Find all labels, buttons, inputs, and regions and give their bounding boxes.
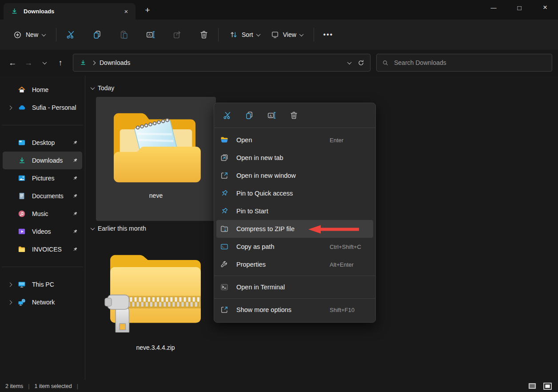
history-dropdown-button[interactable] <box>36 55 52 71</box>
pin-icon <box>72 246 79 252</box>
sidebar-item-downloads[interactable]: Downloads <box>3 152 82 169</box>
chevron-right-icon <box>8 105 12 110</box>
sort-button[interactable]: Sort <box>224 27 265 43</box>
open-new-tab-icon <box>219 153 229 162</box>
rename-button[interactable]: A <box>142 26 159 44</box>
new-tab-button[interactable]: + <box>140 3 155 18</box>
search-input[interactable] <box>394 59 536 66</box>
desktop-icon <box>17 138 27 148</box>
status-divider: | <box>77 383 78 389</box>
sidebar-item-network[interactable]: Network <box>3 293 82 311</box>
file-name: neve.3.4.4.zip <box>136 344 175 351</box>
close-button[interactable]: × <box>532 0 558 15</box>
group-header-earlier-this-month[interactable]: Earlier this month <box>91 225 146 232</box>
file-explorer-window: Downloads × + — □ × New <box>0 0 558 392</box>
menu-item-pin-to-start[interactable]: Pin to Start <box>214 202 375 220</box>
selection-count: 1 item selected <box>35 383 72 389</box>
search-box[interactable] <box>376 54 552 72</box>
title-bar: Downloads × + — □ × <box>0 0 558 20</box>
pin-icon <box>219 189 229 198</box>
zip-folder-icon <box>219 224 229 233</box>
sidebar-separator <box>2 267 83 267</box>
breadcrumb[interactable]: Downloads <box>100 59 130 66</box>
svg-text:\..: \.. <box>222 245 225 248</box>
large-icons-view-button[interactable] <box>542 382 553 391</box>
shortcut: Ctrl+Shift+C <box>330 244 361 250</box>
rename-button[interactable]: A <box>263 108 279 124</box>
share-button[interactable] <box>168 26 186 44</box>
tab-close-icon[interactable]: × <box>120 6 132 17</box>
tab-downloads[interactable]: Downloads × <box>4 3 136 20</box>
menu-item-open-in-new-tab[interactable]: Open in new tab <box>214 149 375 167</box>
pin-icon <box>219 207 229 216</box>
folder-with-notepad-icon <box>106 107 206 189</box>
copy-icon <box>245 111 254 120</box>
download-icon <box>11 8 18 15</box>
status-divider: | <box>28 383 29 389</box>
folder-icon <box>17 244 27 254</box>
view-button[interactable]: View <box>265 27 308 43</box>
download-icon <box>17 156 27 165</box>
menu-item-pin-to-quick-access[interactable]: Pin to Quick access <box>214 184 375 202</box>
sidebar-item-this-pc[interactable]: This PC <box>3 276 82 293</box>
file-tile-neve-zip[interactable]: neve.3.4.4.zip <box>102 241 209 364</box>
sidebar-item-pictures[interactable]: Pictures <box>3 169 82 187</box>
delete-button[interactable] <box>195 26 213 44</box>
view-icon <box>271 30 279 39</box>
file-tile-neve[interactable]: neve <box>96 97 216 221</box>
status-bar: 2 items | 1 item selected | <box>0 380 558 392</box>
plus-circle-icon <box>13 31 22 39</box>
menu-item-show-more-options[interactable]: Show more options Shift+F10 <box>214 301 375 319</box>
details-view-button[interactable] <box>527 382 538 391</box>
menu-separator <box>214 276 375 276</box>
chevron-right-icon <box>8 282 12 287</box>
sidebar-item-videos[interactable]: Videos <box>3 223 82 240</box>
sidebar-item-invoices[interactable]: INVOICES <box>3 240 82 258</box>
menu-item-open-in-terminal[interactable]: Open in Terminal <box>214 278 375 296</box>
network-icon <box>17 297 27 307</box>
videos-icon <box>17 227 27 236</box>
chevron-down-icon <box>91 226 95 230</box>
command-bar: New <box>0 20 558 50</box>
delete-button[interactable] <box>286 108 302 124</box>
forward-button[interactable]: → <box>20 55 36 71</box>
annotation-arrow <box>307 224 360 235</box>
copy-icon <box>92 30 102 40</box>
address-bar[interactable]: Downloads <box>73 54 371 72</box>
shortcut: Enter <box>330 137 343 144</box>
context-menu-quick-actions: A <box>214 103 375 128</box>
cut-button[interactable] <box>62 26 80 44</box>
pin-icon <box>72 175 79 181</box>
more-options-button[interactable]: ••• <box>319 26 337 44</box>
open-new-window-icon <box>219 171 229 180</box>
shortcut: Alt+Enter <box>330 261 354 268</box>
refresh-icon[interactable] <box>357 59 365 67</box>
sidebar-item-desktop[interactable]: Desktop <box>3 134 82 152</box>
back-button[interactable]: ← <box>4 55 20 71</box>
menu-item-open[interactable]: Open Enter <box>214 131 375 149</box>
copy-button[interactable] <box>88 26 106 44</box>
paste-icon <box>119 30 129 40</box>
new-button-label: New <box>26 31 38 38</box>
menu-item-open-in-new-window[interactable]: Open in new window <box>214 167 375 184</box>
view-button-label: View <box>283 31 296 38</box>
minimize-button[interactable]: — <box>481 0 506 15</box>
up-button[interactable]: ↑ <box>52 55 68 71</box>
group-header-today[interactable]: Today <box>91 84 114 92</box>
sidebar-item-home[interactable]: Home <box>3 81 82 99</box>
onedrive-icon <box>17 103 27 112</box>
copy-button[interactable] <box>241 108 257 124</box>
address-dropdown-icon[interactable] <box>347 60 352 64</box>
svg-text:A: A <box>269 114 272 118</box>
menu-item-properties[interactable]: Properties Alt+Enter <box>214 256 375 273</box>
maximize-button[interactable]: □ <box>506 0 532 15</box>
pin-icon <box>72 140 79 146</box>
sidebar-item-music[interactable]: Music <box>3 205 82 223</box>
paste-button[interactable] <box>115 26 133 44</box>
new-button[interactable]: New <box>8 27 51 43</box>
sidebar-item-documents[interactable]: Documents <box>3 187 82 205</box>
sidebar-item-onedrive[interactable]: Sufia - Personal <box>3 99 82 116</box>
cut-button[interactable] <box>219 108 235 124</box>
menu-item-copy-as-path[interactable]: \.. Copy as path Ctrl+Shift+C <box>214 238 375 256</box>
chevron-down-icon <box>256 32 260 36</box>
